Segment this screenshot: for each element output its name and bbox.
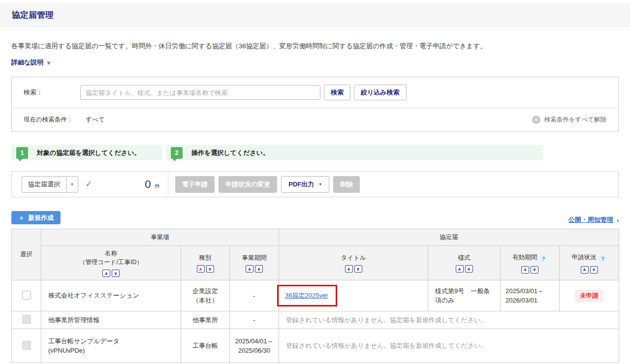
page-description: 各事業場に適用する協定届の一覧です。時間外・休日労働に関する協定届（36協定届）… — [11, 42, 619, 51]
empty-message: 登録されている情報がありません。協定届を新規作成してください。 — [286, 342, 487, 349]
e-apply-button: 電子申請 — [175, 176, 215, 193]
sort-asc-button[interactable]: ∧ — [246, 265, 253, 273]
row-checkbox-disabled — [22, 341, 31, 350]
selection-toolbar: 協定届選択 ▼ ✓ 0 件 電子申請 申請状況の変更 PDF出力 ▼ 削除 — [11, 171, 619, 197]
search-input[interactable] — [80, 85, 320, 100]
sort-desc-icon: ∨ — [114, 271, 117, 276]
sort-desc-icon: ∨ — [208, 267, 212, 272]
search-button[interactable]: 検索 — [324, 85, 350, 100]
actions-row: ＋ 新規作成 公開・周知管理 › — [11, 211, 619, 224]
toolbar-buttons: 電子申請 申請状況の変更 PDF出力 ▼ 削除 — [168, 176, 360, 193]
agreement-select-dropdown[interactable]: 協定届選択 ▼ — [22, 176, 78, 193]
sort-asc-button[interactable]: ∧ — [102, 270, 110, 277]
sort-desc-icon: ∨ — [257, 267, 260, 272]
column-period-label: 事業期間 — [232, 253, 277, 262]
sort-desc-button[interactable]: ∨ — [531, 266, 538, 273]
sort-desc-icon: ∨ — [533, 267, 536, 272]
table-row: 株式会社オフィスステーション 企業設定 （本社） - 36協定2025ver 様… — [12, 280, 619, 311]
office-name: 他事業所管理情報 — [48, 316, 99, 324]
business-period: - — [253, 292, 255, 300]
step-banners: 1 対象の協定届を選択してください。 2 操作を選択してください。 — [11, 145, 619, 160]
chevron-down-icon: ∨ — [46, 60, 51, 66]
selected-count-unit: 件 — [155, 183, 160, 189]
sort-desc-icon: ∨ — [592, 267, 596, 272]
empty-message: 登録されている情報がありません。協定届を新規作成してください。 — [286, 316, 487, 324]
office-type-line1: 企業設定 — [181, 286, 229, 296]
office-type: 他事業所 — [192, 316, 218, 324]
sort-desc-button[interactable]: ∨ — [590, 266, 598, 273]
column-name-label-1: 名称 — [43, 249, 179, 258]
sort-asc-button-active[interactable]: ∧ — [197, 265, 205, 273]
column-header-period: 事業期間 ∧ ∨ — [230, 246, 279, 280]
column-header-select: 選択 — [12, 229, 41, 280]
sort-asc-icon: ∧ — [347, 267, 350, 272]
filter-search-button[interactable]: 絞り込み検索 — [354, 85, 407, 100]
valid-period-to: 2026/03/01 — [505, 296, 559, 305]
publish-management-label: 公開・周知管理 — [568, 215, 613, 224]
status-badge: 未申請 — [575, 290, 603, 302]
sort-asc-button[interactable]: ∧ — [345, 265, 353, 273]
business-period-from: 2025/04/01～ — [230, 336, 279, 346]
clear-conditions-button[interactable]: ✕ 検索条件をすべて解除 — [532, 116, 606, 124]
close-icon: ✕ — [532, 116, 540, 124]
column-name-label-2: （管理コード/工事ID） — [43, 258, 179, 267]
row-checkbox[interactable] — [22, 291, 31, 300]
agreements-table: 選択 事業場 協定届 名称 （管理コード/工事ID） ∧ ∨ 種別 ∧ — [11, 229, 619, 363]
step-1-text: 対象の協定届を選択してください。 — [37, 149, 140, 157]
detail-toggle-link[interactable]: 詳細な説明 ∨ — [11, 58, 51, 67]
detail-toggle-label: 詳細な説明 — [11, 58, 43, 67]
column-status-label: 申請状況 — [572, 254, 597, 261]
plus-icon: ＋ — [18, 213, 25, 222]
sort-asc-button[interactable]: ∧ — [581, 266, 589, 273]
question-glyph: ? — [542, 255, 545, 263]
help-icon[interactable]: ? — [539, 255, 547, 263]
caret-glyph: ▼ — [70, 182, 74, 186]
row-checkbox-disabled — [22, 315, 31, 324]
sort-asc-icon: ∧ — [583, 267, 586, 272]
sort-desc-icon: ∨ — [467, 267, 471, 272]
close-glyph: ✕ — [534, 117, 538, 122]
status-change-button: 申請状況の変更 — [219, 176, 277, 193]
current-conditions-value: すべて — [86, 116, 104, 124]
office-type: 工事台帳 — [192, 342, 218, 349]
search-row: 検索： 検索 絞り込み検索 — [12, 77, 618, 108]
sort-desc-button[interactable]: ∨ — [255, 265, 263, 273]
column-type-label: 種別 — [183, 253, 227, 262]
table-row: 他事業所管理情報 他事業所 - 登録されている情報がありません。協定届を新規作成… — [12, 311, 619, 329]
sort-asc-button[interactable]: ∧ — [521, 266, 529, 273]
column-header-valid-period: 有効期間? ∧ ∨ — [501, 246, 560, 280]
business-period-to: 2025/06/30 — [230, 346, 279, 356]
question-glyph: ? — [601, 255, 604, 263]
agreement-format: 様式第9号 一般条項のみ — [435, 287, 490, 304]
sort-asc-icon: ∧ — [199, 267, 202, 272]
create-new-button[interactable]: ＋ 新規作成 — [11, 211, 61, 224]
help-icon[interactable]: ? — [599, 255, 607, 263]
sort-desc-button[interactable]: ∨ — [465, 265, 473, 273]
current-conditions-row: 現在の検索条件： すべて ✕ 検索条件をすべて解除 — [12, 108, 618, 131]
delete-button: 削除 — [333, 176, 360, 193]
create-new-label: 新規作成 — [28, 213, 54, 222]
sort-desc-icon: ∨ — [356, 267, 360, 272]
step-2-banner: 2 操作を選択してください。 — [166, 145, 543, 160]
chevron-right-icon: › — [617, 216, 619, 224]
sort-asc-button[interactable]: ∧ — [456, 265, 464, 273]
agreement-title-link[interactable]: 36協定2025ver — [285, 292, 328, 299]
sort-desc-button[interactable]: ∨ — [206, 265, 214, 273]
step-1-banner: 1 対象の協定届を選択してください。 — [11, 145, 162, 160]
sort-desc-button[interactable]: ∨ — [112, 270, 120, 277]
search-label: 検索： — [24, 88, 80, 97]
column-header-status: 申請状況? ∧ ∨ — [560, 246, 619, 280]
column-valid-label: 有効期間 — [512, 254, 537, 261]
group-header-office: 事業場 — [41, 229, 279, 246]
office-name-line1: 工事台帳サンプルデータ — [48, 336, 181, 346]
pdf-output-label: PDF出力 — [288, 180, 314, 189]
clear-conditions-label: 検索条件をすべて解除 — [544, 116, 606, 124]
page-title: 協定届管理 — [12, 9, 618, 21]
column-title-label: タイトル — [281, 253, 426, 262]
publish-management-link[interactable]: 公開・周知管理 › — [568, 215, 619, 224]
pdf-output-button[interactable]: PDF出力 ▼ — [281, 176, 329, 193]
check-icon: ✓ — [85, 179, 92, 189]
selection-summary: 協定届選択 ▼ ✓ 0 件 — [12, 176, 168, 193]
sort-desc-button[interactable]: ∨ — [354, 265, 362, 273]
column-select-label: 選択 — [20, 251, 32, 258]
